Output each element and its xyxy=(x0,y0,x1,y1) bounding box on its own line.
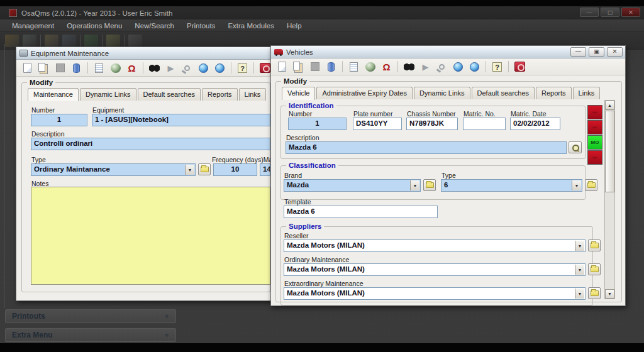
menu-new-search[interactable]: New/Search xyxy=(129,21,180,31)
help-icon[interactable]: ? xyxy=(490,60,504,74)
tab-maintenance[interactable]: Maintenance xyxy=(28,88,79,101)
sidebar-panel-extra-menu[interactable]: Extra Menu » xyxy=(5,328,176,342)
tab-reports[interactable]: Reports xyxy=(536,87,572,99)
save-icon[interactable] xyxy=(53,61,67,75)
print-preview-icon[interactable] xyxy=(92,61,106,75)
extraordinary-maintenance-dropdown[interactable]: Mazda Motors (MILAN) ▼ xyxy=(284,287,586,300)
binoculars-icon[interactable] xyxy=(147,61,162,75)
play-icon[interactable]: ▶ xyxy=(418,60,433,74)
globe-next-icon[interactable] xyxy=(467,60,482,74)
tab-dynamic-links[interactable]: Dynamic Links xyxy=(414,87,470,99)
brand-folder-button[interactable] xyxy=(423,179,436,191)
globe-previous-icon[interactable] xyxy=(196,61,211,75)
scroll-up-icon[interactable]: ▲ xyxy=(605,101,614,110)
database-icon[interactable] xyxy=(69,61,84,75)
copy-icon[interactable] xyxy=(291,60,306,74)
scrollbar-thumb[interactable] xyxy=(605,111,614,192)
world-refresh-icon[interactable] xyxy=(108,61,123,75)
maximize-button[interactable]: ▢ xyxy=(601,8,619,17)
print-preview-icon[interactable] xyxy=(347,60,361,74)
template-field[interactable]: Mazda 6 xyxy=(284,206,438,218)
globe-previous-icon[interactable] xyxy=(451,60,465,74)
plate-number-field[interactable]: DS410YY xyxy=(353,118,402,130)
sidebar-panel-printouts[interactable]: Printouts » xyxy=(5,309,176,323)
equipment-field[interactable]: 1 - [ASUS][Notebook] xyxy=(92,114,270,126)
play-icon[interactable]: ▶ xyxy=(164,61,178,75)
maximize-button[interactable]: ▣ xyxy=(589,47,604,57)
close-button[interactable]: ✕ xyxy=(607,47,623,57)
notes-textarea[interactable] xyxy=(31,187,270,285)
matric-no-field[interactable] xyxy=(463,118,506,130)
copy-icon[interactable] xyxy=(36,61,51,75)
description-search-button[interactable] xyxy=(569,141,582,153)
folder-icon xyxy=(426,182,434,188)
app-tool-5-icon[interactable] xyxy=(84,35,98,47)
tab-reports[interactable]: Reports xyxy=(202,88,238,101)
binoculars-icon[interactable] xyxy=(402,60,416,74)
omega-icon[interactable]: Ω xyxy=(379,60,394,74)
tab-default-searches[interactable]: Default searches xyxy=(472,87,535,99)
number-field[interactable]: 1 xyxy=(288,118,347,130)
ordinary-maintenance-dropdown[interactable]: Mazda Motors (MILAN) ▼ xyxy=(284,263,586,276)
app-tool-4-icon[interactable] xyxy=(62,35,76,47)
save-icon[interactable] xyxy=(308,60,322,74)
clipped-field[interactable]: 14 xyxy=(260,163,270,176)
menu-printouts[interactable]: Printouts xyxy=(181,21,221,31)
app-tool-1-icon[interactable] xyxy=(5,35,19,47)
tab-vehicle[interactable]: Vehicle xyxy=(282,87,315,100)
type-dropdown[interactable]: Ordinary Maintanance ▼ xyxy=(31,163,196,176)
brand-dropdown[interactable]: Mazda ▼ xyxy=(284,179,421,192)
help-icon[interactable]: ? xyxy=(235,61,250,75)
scroll-down-icon[interactable]: ▼ xyxy=(605,289,614,299)
globe-next-icon[interactable] xyxy=(213,61,227,75)
minimize-button[interactable]: — xyxy=(580,8,599,17)
extraordinary-maintenance-folder-button[interactable] xyxy=(588,287,601,299)
reseller-folder-button[interactable] xyxy=(588,239,601,251)
world-refresh-icon[interactable] xyxy=(363,60,377,74)
new-document-icon[interactable] xyxy=(275,60,289,74)
dropdown-arrow-icon[interactable]: ▼ xyxy=(575,265,584,275)
frequency-field[interactable]: 10 xyxy=(213,163,257,176)
menu-help[interactable]: Help xyxy=(281,21,308,31)
chassis-number-field[interactable]: N78978JK xyxy=(406,118,458,130)
description-field[interactable]: Controlli ordinari xyxy=(31,138,270,150)
reseller-dropdown[interactable]: Mazda Motors (MILAN) ▼ xyxy=(284,239,586,252)
dropdown-arrow-icon[interactable]: ▼ xyxy=(575,241,584,251)
app-tool-7-icon[interactable] xyxy=(128,35,142,47)
tab-links[interactable]: Links xyxy=(239,88,267,101)
tab-default-searches[interactable]: Default searches xyxy=(138,88,201,101)
vehicle-type-folder-button[interactable] xyxy=(585,179,597,191)
matric-date-field[interactable]: 02/02/2012 xyxy=(510,118,560,130)
vehicles-titlebar[interactable]: Vehicles — ▣ ✕ xyxy=(271,46,625,58)
ordinary-maintenance-folder-button[interactable] xyxy=(588,263,601,275)
number-field[interactable]: 1 xyxy=(31,114,87,126)
tab-dynamic-links[interactable]: Dynamic Links xyxy=(80,88,136,101)
new-document-icon[interactable] xyxy=(20,61,35,75)
magnifier-glyph xyxy=(439,64,445,70)
menu-management[interactable]: Management xyxy=(6,21,60,31)
dropdown-arrow-icon[interactable]: ▼ xyxy=(410,180,419,190)
magnifier-icon[interactable] xyxy=(180,61,194,75)
binoculars-glyph xyxy=(404,63,414,70)
magnifier-icon[interactable] xyxy=(435,60,449,74)
dropdown-arrow-icon[interactable]: ▼ xyxy=(185,165,194,175)
tab-administrative-expiry-dates[interactable]: Administrative Expiry Dates xyxy=(316,87,413,99)
dropdown-arrow-icon[interactable]: ▼ xyxy=(575,289,584,299)
app-tool-3-icon[interactable] xyxy=(45,35,58,47)
menu-extra-modules[interactable]: Extra Modules xyxy=(222,21,280,31)
vertical-scrollbar[interactable]: ▲ ▼ xyxy=(604,100,615,299)
description-field[interactable]: Mazda 6 xyxy=(286,141,567,154)
tab-links[interactable]: Links xyxy=(573,87,601,99)
minimize-button[interactable]: — xyxy=(570,47,586,57)
omega-icon[interactable]: Ω xyxy=(125,61,139,75)
app-tool-2-icon[interactable] xyxy=(23,35,36,47)
dropdown-arrow-icon[interactable]: ▼ xyxy=(572,180,581,190)
vehicle-type-dropdown[interactable]: 6 ▼ xyxy=(441,179,582,192)
exit-icon[interactable] xyxy=(513,60,527,74)
close-button[interactable]: ✕ xyxy=(621,8,640,17)
equipment-titlebar[interactable]: Equipment Maintenance xyxy=(16,47,274,60)
database-icon[interactable] xyxy=(324,60,338,74)
type-folder-button[interactable] xyxy=(198,163,211,175)
app-tool-6-icon[interactable] xyxy=(106,35,120,47)
menu-operations-menu[interactable]: Operations Menu xyxy=(61,21,128,31)
